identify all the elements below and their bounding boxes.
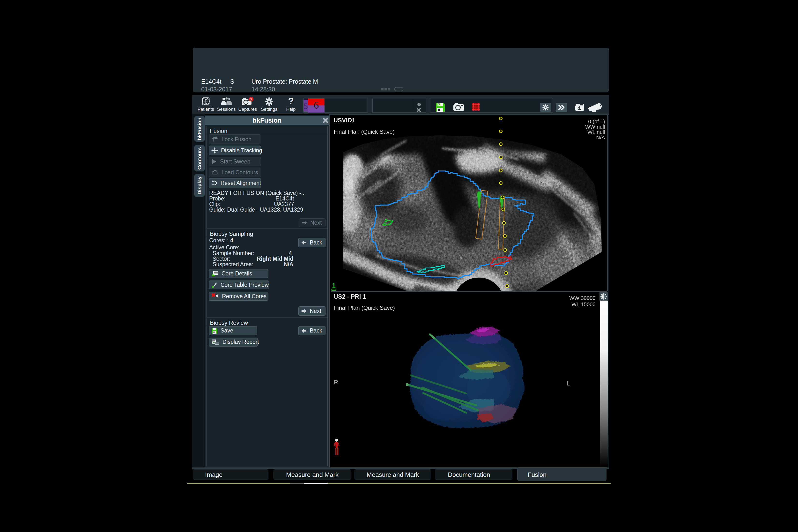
svg-text:USVID1: USVID1	[334, 117, 355, 124]
svg-text:N/A: N/A	[596, 134, 605, 140]
svg-text:1: 1	[332, 282, 336, 289]
svg-text:1: 1	[250, 97, 252, 101]
svg-text:US2 - PRI 1: US2 - PRI 1	[334, 293, 366, 300]
svg-text:WW 30000: WW 30000	[569, 295, 595, 301]
svg-text:L: L	[567, 380, 570, 387]
svg-text:?: ?	[288, 97, 293, 106]
svg-text:WL 15000: WL 15000	[572, 301, 595, 307]
svg-text:Final Plan (Quick Save): Final Plan (Quick Save)	[334, 304, 395, 311]
svg-text:D: D	[438, 103, 440, 107]
svg-text:R: R	[334, 379, 338, 385]
svg-text:Final Plan (Quick Save): Final Plan (Quick Save)	[334, 128, 395, 135]
